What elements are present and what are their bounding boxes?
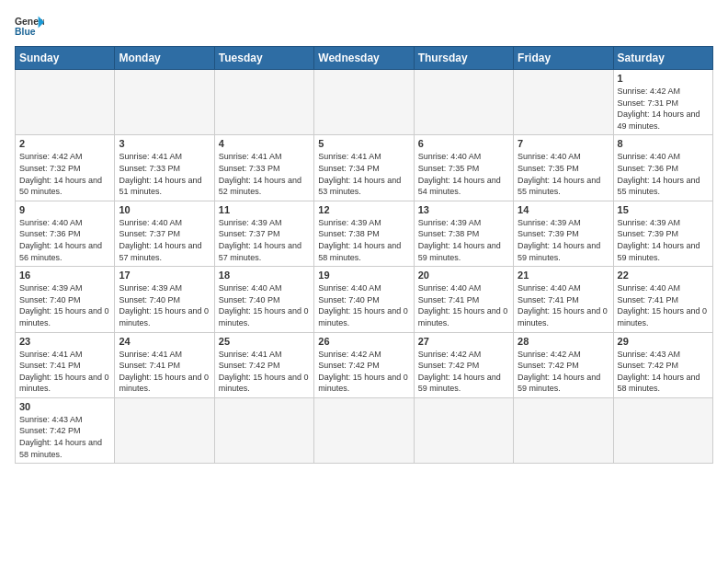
calendar-cell: 17Sunrise: 4:39 AM Sunset: 7:40 PM Dayli… [115, 267, 214, 332]
calendar-cell [16, 70, 115, 135]
weekday-header-friday: Friday [514, 47, 613, 70]
day-info: Sunrise: 4:43 AM Sunset: 7:42 PM Dayligh… [618, 349, 709, 395]
calendar-cell [414, 70, 513, 135]
day-info: Sunrise: 4:41 AM Sunset: 7:33 PM Dayligh… [219, 151, 310, 197]
svg-text:Blue: Blue [15, 27, 36, 37]
day-number: 21 [518, 270, 609, 281]
day-number: 20 [418, 270, 509, 281]
weekday-header-tuesday: Tuesday [214, 47, 313, 70]
calendar-cell: 12Sunrise: 4:39 AM Sunset: 7:38 PM Dayli… [314, 201, 414, 266]
day-info: Sunrise: 4:42 AM Sunset: 7:31 PM Dayligh… [618, 86, 709, 132]
day-number: 28 [518, 336, 609, 347]
day-info: Sunrise: 4:39 AM Sunset: 7:40 PM Dayligh… [119, 282, 210, 328]
day-number: 27 [418, 336, 509, 347]
day-number: 15 [618, 204, 709, 215]
calendar-cell: 26Sunrise: 4:42 AM Sunset: 7:42 PM Dayli… [314, 332, 414, 397]
calendar-cell [314, 397, 414, 463]
day-info: Sunrise: 4:41 AM Sunset: 7:34 PM Dayligh… [318, 151, 409, 197]
calendar-cell [115, 397, 214, 463]
day-number: 23 [19, 336, 110, 347]
day-info: Sunrise: 4:41 AM Sunset: 7:33 PM Dayligh… [119, 151, 210, 197]
day-number: 12 [318, 204, 409, 215]
calendar-week-row: 1Sunrise: 4:42 AM Sunset: 7:31 PM Daylig… [16, 70, 713, 135]
calendar-cell: 11Sunrise: 4:39 AM Sunset: 7:37 PM Dayli… [214, 201, 313, 266]
calendar-cell [214, 397, 313, 463]
day-info: Sunrise: 4:40 AM Sunset: 7:37 PM Dayligh… [119, 217, 210, 263]
calendar-cell: 25Sunrise: 4:41 AM Sunset: 7:42 PM Dayli… [214, 332, 313, 397]
calendar-cell: 22Sunrise: 4:40 AM Sunset: 7:41 PM Dayli… [613, 267, 712, 332]
calendar-cell: 23Sunrise: 4:41 AM Sunset: 7:41 PM Dayli… [16, 332, 115, 397]
calendar-cell: 21Sunrise: 4:40 AM Sunset: 7:41 PM Dayli… [514, 267, 613, 332]
calendar-cell [514, 397, 613, 463]
day-number: 2 [19, 138, 110, 149]
calendar-cell [613, 397, 712, 463]
day-number: 13 [418, 204, 509, 215]
day-number: 10 [119, 204, 210, 215]
day-info: Sunrise: 4:40 AM Sunset: 7:35 PM Dayligh… [518, 151, 609, 197]
day-number: 1 [618, 73, 709, 84]
calendar-cell: 18Sunrise: 4:40 AM Sunset: 7:40 PM Dayli… [214, 267, 313, 332]
calendar-cell: 7Sunrise: 4:40 AM Sunset: 7:35 PM Daylig… [514, 135, 613, 201]
calendar-cell: 16Sunrise: 4:39 AM Sunset: 7:40 PM Dayli… [16, 267, 115, 332]
day-number: 9 [19, 204, 110, 215]
calendar-cell: 4Sunrise: 4:41 AM Sunset: 7:33 PM Daylig… [214, 135, 313, 201]
day-info: Sunrise: 4:40 AM Sunset: 7:36 PM Dayligh… [618, 151, 709, 197]
day-number: 19 [318, 270, 409, 281]
day-info: Sunrise: 4:39 AM Sunset: 7:38 PM Dayligh… [418, 217, 509, 263]
weekday-header-saturday: Saturday [613, 47, 712, 70]
calendar-cell [115, 70, 214, 135]
day-number: 22 [618, 270, 709, 281]
day-info: Sunrise: 4:40 AM Sunset: 7:41 PM Dayligh… [518, 282, 609, 328]
weekday-header-wednesday: Wednesday [314, 47, 414, 70]
calendar-cell: 15Sunrise: 4:39 AM Sunset: 7:39 PM Dayli… [613, 201, 712, 266]
day-number: 29 [618, 336, 709, 347]
calendar-table: SundayMondayTuesdayWednesdayThursdayFrid… [15, 46, 713, 464]
calendar-cell [414, 397, 513, 463]
day-info: Sunrise: 4:41 AM Sunset: 7:41 PM Dayligh… [19, 349, 110, 395]
day-number: 16 [19, 270, 110, 281]
day-info: Sunrise: 4:39 AM Sunset: 7:39 PM Dayligh… [618, 217, 709, 263]
day-number: 24 [119, 336, 210, 347]
calendar-week-row: 9Sunrise: 4:40 AM Sunset: 7:36 PM Daylig… [16, 201, 713, 266]
day-number: 25 [219, 336, 310, 347]
day-info: Sunrise: 4:42 AM Sunset: 7:42 PM Dayligh… [518, 349, 609, 395]
calendar-cell [214, 70, 313, 135]
calendar-cell: 13Sunrise: 4:39 AM Sunset: 7:38 PM Dayli… [414, 201, 513, 266]
day-info: Sunrise: 4:40 AM Sunset: 7:36 PM Dayligh… [19, 217, 110, 263]
calendar-cell: 8Sunrise: 4:40 AM Sunset: 7:36 PM Daylig… [613, 135, 712, 201]
header: General Blue [15, 15, 713, 37]
day-number: 11 [219, 204, 310, 215]
day-number: 4 [219, 138, 310, 149]
calendar-cell [514, 70, 613, 135]
day-info: Sunrise: 4:39 AM Sunset: 7:39 PM Dayligh… [518, 217, 609, 263]
calendar-cell: 5Sunrise: 4:41 AM Sunset: 7:34 PM Daylig… [314, 135, 414, 201]
calendar-cell: 30Sunrise: 4:43 AM Sunset: 7:42 PM Dayli… [16, 397, 115, 463]
day-info: Sunrise: 4:39 AM Sunset: 7:40 PM Dayligh… [19, 282, 110, 328]
day-number: 7 [518, 138, 609, 149]
calendar-cell: 28Sunrise: 4:42 AM Sunset: 7:42 PM Dayli… [514, 332, 613, 397]
day-number: 6 [418, 138, 509, 149]
day-number: 14 [518, 204, 609, 215]
day-info: Sunrise: 4:42 AM Sunset: 7:42 PM Dayligh… [318, 349, 409, 395]
day-info: Sunrise: 4:40 AM Sunset: 7:35 PM Dayligh… [418, 151, 509, 197]
logo: General Blue [15, 15, 44, 37]
day-info: Sunrise: 4:39 AM Sunset: 7:37 PM Dayligh… [219, 217, 310, 263]
weekday-header-row: SundayMondayTuesdayWednesdayThursdayFrid… [16, 47, 713, 70]
weekday-header-sunday: Sunday [16, 47, 115, 70]
weekday-header-thursday: Thursday [414, 47, 513, 70]
calendar-cell: 9Sunrise: 4:40 AM Sunset: 7:36 PM Daylig… [16, 201, 115, 266]
day-number: 17 [119, 270, 210, 281]
day-number: 18 [219, 270, 310, 281]
day-number: 26 [318, 336, 409, 347]
generalblue-logo-icon: General Blue [15, 15, 44, 37]
day-info: Sunrise: 4:40 AM Sunset: 7:40 PM Dayligh… [219, 282, 310, 328]
calendar-week-row: 30Sunrise: 4:43 AM Sunset: 7:42 PM Dayli… [16, 397, 713, 463]
calendar-cell: 2Sunrise: 4:42 AM Sunset: 7:32 PM Daylig… [16, 135, 115, 201]
calendar-cell: 1Sunrise: 4:42 AM Sunset: 7:31 PM Daylig… [613, 70, 712, 135]
calendar-cell: 10Sunrise: 4:40 AM Sunset: 7:37 PM Dayli… [115, 201, 214, 266]
day-info: Sunrise: 4:40 AM Sunset: 7:40 PM Dayligh… [318, 282, 409, 328]
weekday-header-monday: Monday [115, 47, 214, 70]
calendar-cell: 27Sunrise: 4:42 AM Sunset: 7:42 PM Dayli… [414, 332, 513, 397]
calendar-cell [314, 70, 414, 135]
day-info: Sunrise: 4:42 AM Sunset: 7:32 PM Dayligh… [19, 151, 110, 197]
